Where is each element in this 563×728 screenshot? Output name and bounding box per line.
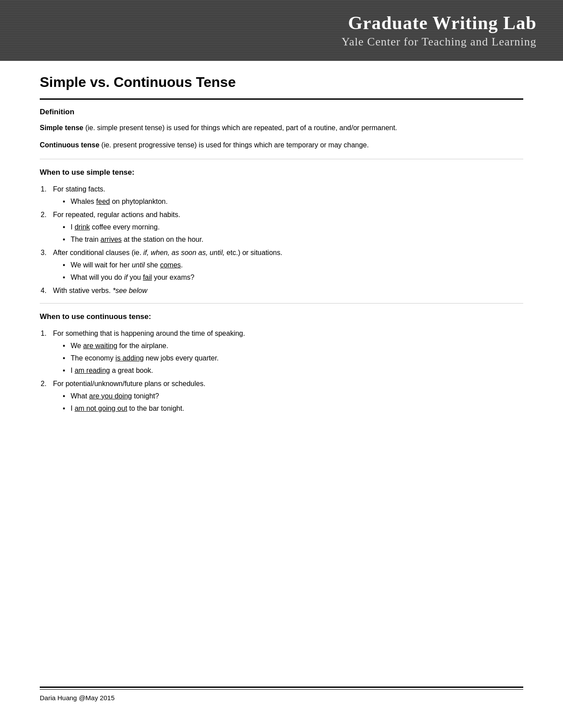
list-item-text: For something that is happening around t… [53,330,245,337]
list-item: Whales feed on phytoplankton. [71,196,523,207]
header-subtitle: Yale Center for Teaching and Learning [0,35,537,49]
page-header: Graduate Writing Lab Yale Center for Tea… [0,0,563,61]
list-item: What are you doing tonight? [71,391,523,402]
footer-text: Daria Huang @May 2015 [40,694,523,702]
list-item: For something that is happening around t… [53,328,523,376]
list-item-text: After conditional clauses (ie. if, when,… [53,249,282,256]
continuous-list: For something that is happening around t… [40,328,523,414]
main-content: Simple vs. Continuous Tense Definition S… [0,61,563,434]
bullet-list: I drink coffee every morning. The train … [53,222,523,245]
simple-use-section: When to use simple tense: For stating fa… [40,159,523,304]
continuous-tense-para: Continuous tense (ie. present progressiv… [40,140,523,151]
list-item: I am reading a great book. [71,365,523,376]
simple-use-heading: When to use simple tense: [40,168,523,177]
definition-heading: Definition [40,108,523,116]
list-item: We will wait for her until she comes. [71,260,523,270]
continuous-use-heading: When to use continuous tense: [40,312,523,321]
list-item: I drink coffee every morning. [71,222,523,233]
simple-tense-label: Simple tense [40,124,83,131]
list-item-text: For stating facts. [53,185,105,193]
continuous-use-section: When to use continuous tense: For someth… [40,304,523,421]
page-title: Simple vs. Continuous Tense [40,74,523,90]
list-item: We are waiting for the airplane. [71,341,523,351]
list-item-text: With stative verbs. *see below [53,287,147,294]
list-item: I am not going out to the bar tonight. [71,403,523,414]
simple-tense-desc: (ie. simple present tense) is used for t… [83,124,397,131]
footer-rule-bottom [40,689,523,690]
bullet-list: Whales feed on phytoplankton. [53,196,523,207]
bullet-list: We are waiting for the airplane. The eco… [53,341,523,376]
definition-section: Definition Simple tense (ie. simple pres… [40,98,523,159]
list-item: After conditional clauses (ie. if, when,… [53,248,523,283]
simple-list: For stating facts. Whales feed on phytop… [40,184,523,296]
continuous-tense-label: Continuous tense [40,141,99,149]
header-title: Graduate Writing Lab [0,12,537,34]
list-item-text: For potential/unknown/future plans or sc… [53,380,205,387]
list-item-text: For repeated, regular actions and habits… [53,211,180,218]
list-item: With stative verbs. *see below [53,285,523,296]
footer: Daria Huang @May 2015 [0,687,563,702]
list-item: For potential/unknown/future plans or sc… [53,379,523,414]
footer-rule-top [40,687,523,688]
bullet-list: We will wait for her until she comes. Wh… [53,260,523,283]
list-item: For repeated, regular actions and habits… [53,210,523,245]
list-item: The economy is adding new jobs every qua… [71,353,523,364]
list-item: What will you do if you fail your exams? [71,272,523,283]
list-item: For stating facts. Whales feed on phytop… [53,184,523,207]
list-item: The train arrives at the station on the … [71,234,523,245]
continuous-tense-desc: (ie. present progressive tense) is used … [99,141,369,149]
bullet-list: What are you doing tonight? I am not goi… [53,391,523,414]
simple-tense-para: Simple tense (ie. simple present tense) … [40,123,523,134]
